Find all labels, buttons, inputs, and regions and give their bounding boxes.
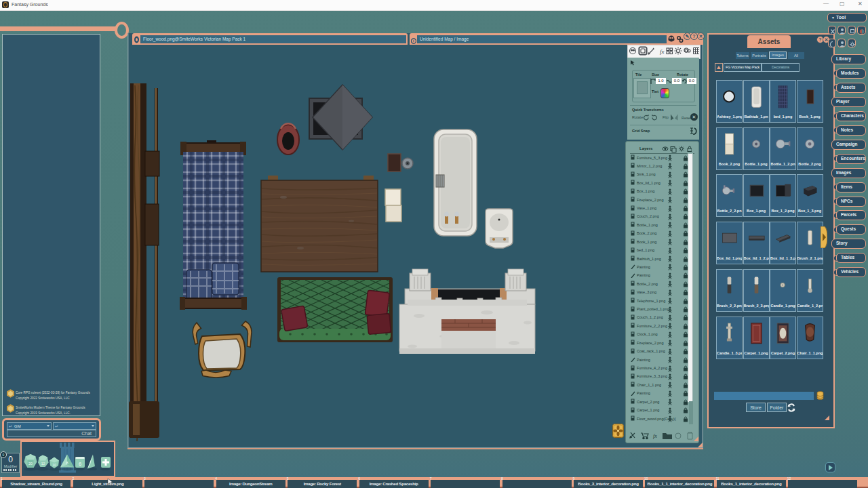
svg-text:20: 20 <box>28 462 33 466</box>
svg-text:fx: fx <box>660 48 665 55</box>
svg-text:6: 6 <box>79 461 81 467</box>
svg-text:8: 8 <box>66 461 68 465</box>
svg-text:12: 12 <box>41 462 45 466</box>
svg-text:fx: fx <box>653 433 657 439</box>
svg-text:10: 10 <box>52 463 56 467</box>
